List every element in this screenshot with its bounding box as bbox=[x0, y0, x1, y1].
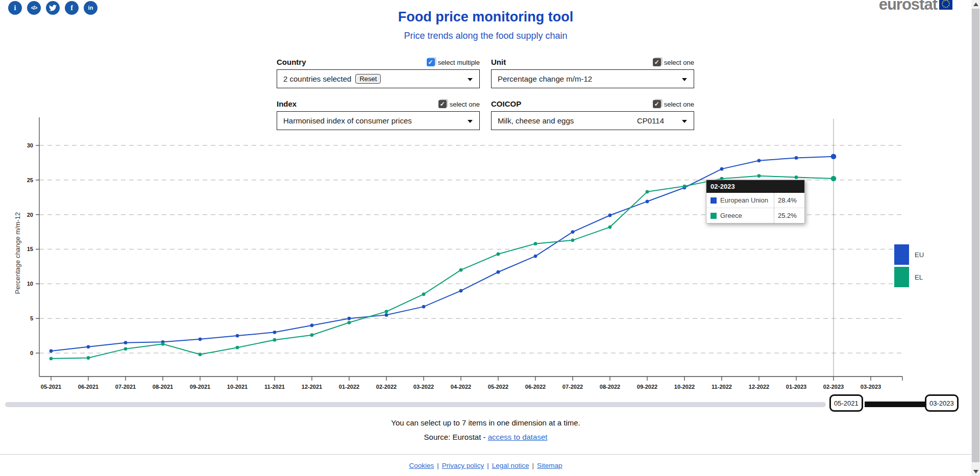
y-axis-ticks: 051015202530 bbox=[27, 142, 39, 356]
scroll-up-icon[interactable] bbox=[973, 3, 978, 6]
time-slider-track[interactable] bbox=[5, 402, 826, 407]
data-point[interactable] bbox=[422, 305, 426, 309]
data-point[interactable] bbox=[236, 334, 239, 338]
data-point[interactable] bbox=[757, 159, 761, 162]
data-point[interactable] bbox=[646, 190, 649, 193]
data-point[interactable] bbox=[310, 333, 314, 337]
data-point[interactable] bbox=[795, 176, 798, 179]
data-point[interactable] bbox=[497, 270, 500, 274]
data-point[interactable] bbox=[385, 310, 388, 313]
chevron-down-icon bbox=[682, 78, 687, 81]
country-filter-group: Country ✓ select multiple 2 countries se… bbox=[277, 57, 480, 88]
svg-text:02-2023: 02-2023 bbox=[823, 384, 844, 390]
select-multiple-checkbox[interactable]: ✓ bbox=[427, 58, 435, 66]
data-point[interactable] bbox=[273, 338, 277, 342]
select-one-checkbox[interactable]: ✓ bbox=[438, 100, 447, 108]
cookies-link[interactable]: Cookies bbox=[409, 462, 434, 469]
coicop-label: COICOP bbox=[491, 99, 521, 108]
svg-text:05-2021: 05-2021 bbox=[41, 384, 61, 390]
svg-text:01-2023: 01-2023 bbox=[786, 384, 806, 390]
data-point[interactable] bbox=[310, 323, 314, 327]
country-select[interactable]: 2 countries selected Reset bbox=[277, 69, 480, 88]
separator: | bbox=[532, 462, 534, 469]
svg-text:12-2022: 12-2022 bbox=[749, 384, 769, 390]
data-point[interactable] bbox=[50, 349, 53, 353]
data-point[interactable] bbox=[571, 230, 575, 234]
data-point[interactable] bbox=[348, 317, 351, 320]
index-filter-group: Index ✓ select one Harmonised index of c… bbox=[277, 99, 480, 130]
time-slider-selected-range[interactable] bbox=[865, 402, 927, 407]
unit-filter-group: Unit ✓ select one Percentage change m/m-… bbox=[491, 57, 694, 88]
data-point[interactable] bbox=[87, 345, 90, 348]
sitemap-link[interactable]: Sitemap bbox=[537, 462, 562, 469]
index-mode: ✓ select one bbox=[438, 100, 480, 108]
legend-item-el[interactable]: EL bbox=[894, 267, 924, 287]
svg-text:04-2022: 04-2022 bbox=[451, 384, 471, 390]
data-point[interactable] bbox=[831, 176, 837, 182]
dataset-link[interactable]: access to dataset bbox=[488, 433, 548, 441]
select-one-checkbox[interactable]: ✓ bbox=[653, 100, 661, 108]
data-point[interactable] bbox=[422, 292, 426, 296]
data-point[interactable] bbox=[683, 185, 687, 188]
svg-text:07-2021: 07-2021 bbox=[115, 384, 136, 390]
svg-text:10: 10 bbox=[27, 281, 33, 287]
data-point[interactable] bbox=[795, 156, 798, 160]
svg-text:05-2022: 05-2022 bbox=[488, 384, 508, 390]
data-point[interactable] bbox=[608, 214, 612, 217]
data-point[interactable] bbox=[497, 253, 500, 256]
data-point[interactable] bbox=[646, 199, 649, 203]
x-axis-ticks: 05-202106-202107-202108-202109-202110-20… bbox=[41, 377, 881, 390]
data-point[interactable] bbox=[571, 238, 575, 242]
scroll-down-icon[interactable] bbox=[973, 470, 978, 473]
select-one-checkbox[interactable]: ✓ bbox=[653, 58, 661, 66]
coicop-select[interactable]: Milk, cheese and eggs CP0114 bbox=[491, 111, 694, 130]
data-point[interactable] bbox=[683, 186, 687, 189]
vertical-scrollbar[interactable] bbox=[971, 0, 980, 476]
data-point[interactable] bbox=[87, 356, 90, 360]
unit-select[interactable]: Percentage change m/m-12 bbox=[491, 69, 694, 88]
data-point[interactable] bbox=[161, 342, 165, 346]
data-point[interactable] bbox=[385, 313, 388, 317]
legend-item-eu[interactable]: EU bbox=[894, 244, 924, 265]
select-one-label: select one bbox=[664, 101, 694, 108]
country-reset-button[interactable]: Reset bbox=[355, 74, 381, 84]
source-line: Source: Eurostat - access to dataset bbox=[0, 433, 971, 441]
data-point[interactable] bbox=[236, 346, 239, 349]
svg-text:03-2023: 03-2023 bbox=[861, 384, 881, 390]
scrollbar-thumb[interactable] bbox=[972, 9, 979, 462]
svg-text:30: 30 bbox=[27, 142, 33, 148]
select-one-label: select one bbox=[664, 59, 694, 66]
data-point[interactable] bbox=[124, 347, 128, 350]
time-slider-end-handle[interactable]: 03-2023 bbox=[925, 394, 959, 412]
y-axis-title: Percentage change m/m-12 bbox=[14, 212, 21, 294]
svg-text:10-2022: 10-2022 bbox=[674, 384, 695, 390]
tooltip-value: 28.4% bbox=[774, 193, 804, 208]
data-point[interactable] bbox=[459, 289, 463, 292]
svg-text:09-2022: 09-2022 bbox=[637, 384, 657, 390]
data-point[interactable] bbox=[124, 341, 128, 344]
privacy-policy-link[interactable]: Privacy policy bbox=[442, 462, 484, 469]
tooltip-label: European Union bbox=[720, 196, 774, 204]
time-slider-start-handle[interactable]: 05-2021 bbox=[829, 394, 863, 412]
data-point[interactable] bbox=[534, 255, 537, 258]
index-select[interactable]: Harmonised index of consumer prices bbox=[277, 111, 480, 130]
data-point[interactable] bbox=[459, 268, 463, 272]
data-point[interactable] bbox=[50, 357, 53, 360]
svg-text:09-2021: 09-2021 bbox=[190, 384, 210, 390]
data-point[interactable] bbox=[199, 353, 202, 356]
data-point[interactable] bbox=[273, 331, 277, 334]
data-point[interactable] bbox=[161, 340, 165, 344]
data-point[interactable] bbox=[534, 242, 537, 245]
data-point[interactable] bbox=[608, 226, 612, 229]
svg-text:10-2021: 10-2021 bbox=[227, 384, 248, 390]
chevron-down-icon bbox=[682, 120, 687, 123]
data-point[interactable] bbox=[831, 154, 837, 159]
country-select-value: 2 countries selected bbox=[283, 74, 351, 83]
coicop-select-value: Milk, cheese and eggs bbox=[498, 116, 574, 125]
country-label: Country bbox=[277, 58, 306, 66]
data-point[interactable] bbox=[720, 167, 724, 171]
data-point[interactable] bbox=[199, 337, 202, 341]
data-point[interactable] bbox=[348, 321, 351, 324]
legal-notice-link[interactable]: Legal notice bbox=[492, 462, 529, 469]
data-point[interactable] bbox=[757, 174, 761, 178]
